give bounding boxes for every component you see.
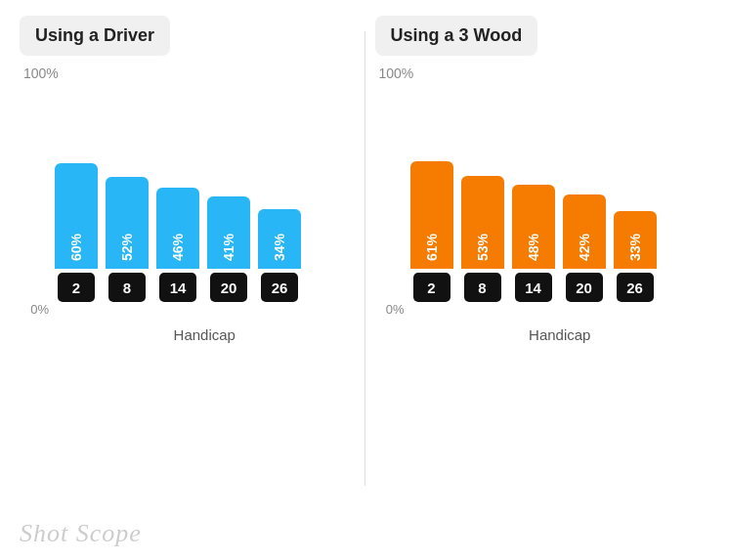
- chart-driver: Using a Driver100%60%252%846%1441%2034%2…: [10, 16, 364, 501]
- y-top-label-3wood: 100%: [379, 65, 710, 81]
- bar-wrapper: 53%8: [461, 176, 504, 302]
- bar-wrapper: 33%26: [614, 211, 657, 302]
- bar: 41%: [207, 196, 250, 269]
- y-bottom-label: 0%: [375, 302, 408, 317]
- bar-handicap-label: 2: [413, 273, 450, 302]
- chart-3wood: Using a 3 Wood100%61%253%848%1442%2033%2…: [365, 16, 720, 501]
- shotscope-logo: Shot Scope: [20, 519, 142, 547]
- bar: 42%: [563, 194, 606, 269]
- handicap-label-driver: Handicap: [20, 326, 355, 343]
- bar: 48%: [512, 185, 555, 269]
- bar: 46%: [156, 188, 199, 269]
- chart-title-box-3wood: Using a 3 Wood: [375, 16, 538, 56]
- bar-handicap-label: 20: [566, 273, 603, 302]
- bar-wrapper: 61%2: [410, 161, 453, 302]
- bar-pct-label: 42%: [577, 234, 592, 261]
- bar-handicap-label: 14: [515, 273, 552, 302]
- bar-pct-label: 60%: [68, 234, 84, 261]
- bar-handicap-label: 2: [58, 273, 95, 302]
- bar-wrapper: 60%2: [55, 163, 98, 302]
- chart-title-3wood: Using a 3 Wood: [391, 25, 523, 45]
- bar: 60%: [55, 163, 98, 269]
- bar-pct-label: 52%: [119, 234, 135, 261]
- bar-wrapper: 41%20: [207, 196, 250, 302]
- bar-wrapper: 46%14: [156, 188, 199, 302]
- bar: 34%: [258, 209, 301, 269]
- bar-wrapper: 42%20: [563, 194, 606, 302]
- bar-pct-label: 33%: [627, 234, 643, 261]
- y-bottom-label: 0%: [20, 302, 53, 317]
- bar-handicap-label: 26: [261, 273, 298, 302]
- bar-handicap-label: 8: [464, 273, 501, 302]
- axis-row-3wood: 0%: [375, 302, 710, 317]
- bar-handicap-label: 14: [159, 273, 196, 302]
- bar-pct-label: 48%: [526, 234, 541, 261]
- bar-pct-label: 53%: [475, 234, 491, 261]
- bar-pct-label: 61%: [424, 234, 440, 261]
- chart-title-box-driver: Using a Driver: [20, 16, 170, 56]
- bar: 33%: [614, 211, 657, 269]
- bar-handicap-label: 20: [210, 273, 247, 302]
- chart-title-driver: Using a Driver: [35, 25, 154, 45]
- bar: 61%: [410, 161, 453, 269]
- bar-handicap-label: 26: [617, 273, 654, 302]
- bar: 53%: [461, 176, 504, 269]
- bars-group-driver: 60%252%846%1441%2034%26: [55, 87, 355, 302]
- bar-pct-label: 46%: [170, 234, 186, 261]
- chart-area-driver: 60%252%846%1441%2034%26: [20, 87, 355, 302]
- bar-wrapper: 34%26: [258, 209, 301, 302]
- handicap-label-3wood: Handicap: [375, 326, 710, 343]
- bars-group-3wood: 61%253%848%1442%2033%26: [410, 87, 710, 302]
- charts-wrapper: Using a Driver100%60%252%846%1441%2034%2…: [0, 0, 729, 511]
- y-top-label-driver: 100%: [23, 65, 355, 81]
- axis-row-driver: 0%: [20, 302, 355, 317]
- bar-pct-label: 41%: [221, 234, 236, 261]
- footer: Shot Scope: [0, 511, 729, 560]
- bar-wrapper: 52%8: [106, 177, 149, 302]
- bar-wrapper: 48%14: [512, 185, 555, 302]
- bar-handicap-label: 8: [108, 273, 146, 302]
- bar-pct-label: 34%: [272, 234, 287, 261]
- chart-area-3wood: 61%253%848%1442%2033%26: [375, 87, 710, 302]
- bar: 52%: [106, 177, 149, 269]
